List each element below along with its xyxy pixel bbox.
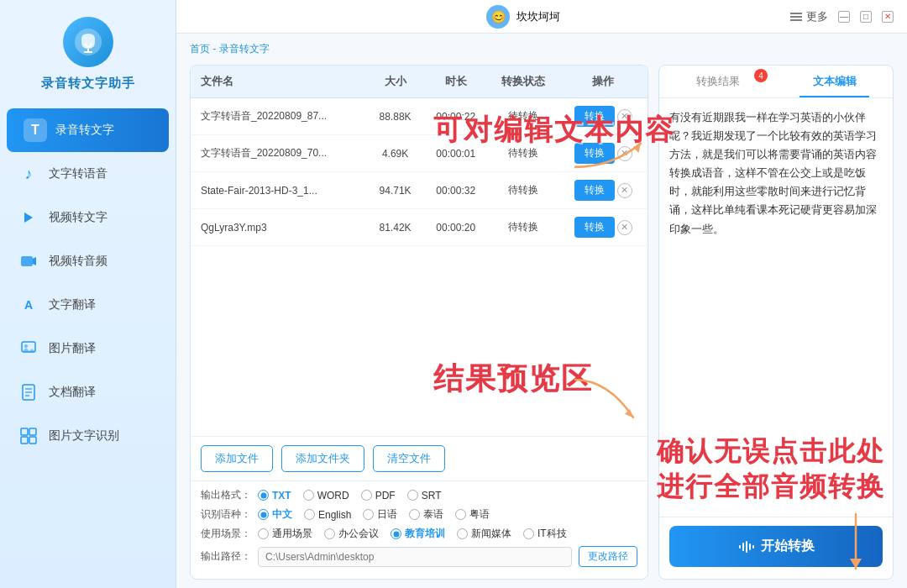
language-label: 识别语种： bbox=[201, 507, 251, 522]
svg-marker-24 bbox=[633, 144, 641, 153]
sidebar-label-text-to-speech: 文字转语音 bbox=[49, 166, 107, 181]
convert-button-2[interactable]: 转换 bbox=[574, 180, 615, 201]
breadcrumb-home[interactable]: 首页 bbox=[190, 43, 210, 55]
close-button[interactable]: ✕ bbox=[882, 11, 894, 23]
lang-th[interactable]: 泰语 bbox=[409, 507, 443, 522]
radio-pdf-circle bbox=[361, 490, 372, 501]
tab-convert-result[interactable]: 转换结果 4 bbox=[659, 66, 776, 97]
add-folder-button[interactable]: 添加文件夹 bbox=[281, 445, 364, 472]
radio-office-circle bbox=[324, 528, 335, 539]
format-srt[interactable]: SRT bbox=[407, 490, 442, 501]
scene-row: 使用场景： 通用场景 办公会议 bbox=[201, 527, 637, 541]
file-size-3: 81.42K bbox=[367, 209, 423, 246]
svg-marker-26 bbox=[850, 559, 862, 569]
add-file-button[interactable]: 添加文件 bbox=[201, 445, 273, 472]
clear-files-button[interactable]: 清空文件 bbox=[373, 445, 445, 472]
text-translate-icon: A bbox=[17, 293, 40, 317]
radio-news-circle bbox=[457, 528, 468, 539]
maximize-button[interactable]: □ bbox=[860, 11, 872, 23]
radio-word-circle bbox=[303, 490, 314, 501]
breadcrumb: 首页 - 录音转文字 bbox=[190, 42, 894, 56]
scene-office[interactable]: 办公会议 bbox=[324, 527, 379, 541]
start-convert-label: 开始转换 bbox=[761, 538, 815, 555]
file-name-1: 文字转语音_20220809_70... bbox=[191, 135, 367, 172]
radio-yue-circle bbox=[455, 509, 466, 520]
scene-news[interactable]: 新闻媒体 bbox=[457, 527, 511, 541]
svg-rect-15 bbox=[29, 437, 36, 444]
sidebar-item-text-to-speech[interactable]: ♪ 文字转语音 bbox=[0, 152, 176, 196]
sidebar-item-image-translate[interactable]: 图片翻译 bbox=[0, 327, 176, 370]
svg-rect-14 bbox=[21, 437, 28, 444]
lang-zh[interactable]: 中文 bbox=[258, 507, 292, 522]
minimize-button[interactable]: — bbox=[838, 11, 850, 23]
radio-edu-circle bbox=[391, 528, 401, 539]
annotation-preview-area: 结果预览区 bbox=[433, 359, 593, 400]
lang-yue[interactable]: 粤语 bbox=[455, 507, 490, 522]
format-pdf[interactable]: PDF bbox=[361, 490, 396, 501]
convert-result-badge: 4 bbox=[754, 69, 768, 82]
breadcrumb-current: 录音转文字 bbox=[219, 43, 270, 55]
lang-ja[interactable]: 日语 bbox=[363, 507, 397, 522]
scene-label: 使用场景： bbox=[201, 527, 251, 541]
radio-news-label: 新闻媒体 bbox=[471, 527, 511, 541]
radio-ja-circle bbox=[363, 509, 374, 520]
path-label: 输出路径： bbox=[201, 549, 251, 564]
convert-button-3[interactable]: 转换 bbox=[574, 217, 615, 238]
annotation-start-convert: 确认无误点击此处进行全部音频转换 bbox=[657, 434, 885, 504]
file-action-3: 转换 ✕ bbox=[559, 209, 648, 246]
more-menu[interactable]: 更多 bbox=[789, 9, 828, 24]
lang-en[interactable]: English bbox=[304, 509, 351, 521]
language-row: 识别语种： 中文 English bbox=[201, 507, 637, 522]
change-path-button[interactable]: 更改路径 bbox=[579, 546, 637, 567]
path-input[interactable] bbox=[258, 547, 572, 567]
app-title: 录音转文字助手 bbox=[41, 76, 135, 92]
titlebar-center: 😊 坎坎坷坷 bbox=[486, 5, 560, 29]
sidebar-label-doc-translate: 文档翻译 bbox=[49, 385, 96, 400]
remove-button-3[interactable]: ✕ bbox=[617, 220, 632, 235]
scene-education[interactable]: 教育培训 bbox=[391, 527, 445, 541]
app-logo bbox=[63, 17, 113, 67]
format-word[interactable]: WORD bbox=[303, 490, 349, 501]
sidebar: 录音转文字助手 T 录音转文字 ♪ 文字转语音 视频转文字 视频转音频 bbox=[0, 0, 176, 588]
svg-marker-3 bbox=[24, 213, 33, 223]
arrow-to-text-edit bbox=[574, 132, 650, 174]
titlebar: 😊 坎坎坷坷 更多 — □ ✕ bbox=[176, 0, 907, 34]
format-txt[interactable]: TXT bbox=[258, 490, 291, 501]
remove-button-2[interactable]: ✕ bbox=[617, 183, 632, 198]
sidebar-item-doc-translate[interactable]: 文档翻译 bbox=[0, 370, 176, 414]
tab-convert-result-label: 转换结果 bbox=[696, 75, 740, 87]
radio-pdf-label: PDF bbox=[375, 490, 396, 501]
format-radio-group: TXT WORD PDF bbox=[258, 490, 441, 501]
sidebar-nav: T 录音转文字 ♪ 文字转语音 视频转文字 视频转音频 A bbox=[0, 108, 176, 458]
video-to-text-icon bbox=[17, 206, 40, 229]
file-name-0: 文字转语音_20220809_87... bbox=[191, 98, 367, 135]
radio-txt-label: TXT bbox=[272, 490, 291, 501]
sidebar-item-video-to-text[interactable]: 视频转文字 bbox=[0, 196, 176, 239]
radio-zh-circle bbox=[258, 509, 269, 520]
scene-it[interactable]: IT科技 bbox=[523, 527, 567, 541]
file-buttons: 添加文件 添加文件夹 清空文件 bbox=[191, 436, 647, 480]
scene-general[interactable]: 通用场景 bbox=[258, 527, 312, 541]
svg-rect-23 bbox=[752, 545, 754, 549]
radio-en-label: English bbox=[318, 509, 351, 521]
radio-office-label: 办公会议 bbox=[338, 527, 379, 541]
radio-general-label: 通用场景 bbox=[272, 527, 312, 541]
output-path-row: 输出路径： 更改路径 bbox=[201, 546, 637, 567]
speech-to-text-icon: T bbox=[24, 118, 47, 142]
content-area: 首页 - 录音转文字 文件名 大小 bbox=[176, 34, 907, 588]
sidebar-label-video-to-audio: 视频转音频 bbox=[49, 254, 107, 269]
main-workspace: 文件名 大小 时长 转换状态 操作 文字转语音_2022 bbox=[190, 65, 894, 580]
username: 坎坎坷坷 bbox=[516, 9, 560, 24]
col-header-duration: 时长 bbox=[423, 66, 489, 98]
waveform-icon bbox=[737, 538, 754, 555]
sidebar-item-video-to-audio[interactable]: 视频转音频 bbox=[0, 239, 176, 283]
sidebar-item-image-ocr[interactable]: 图片文字识别 bbox=[0, 414, 176, 458]
video-to-audio-icon bbox=[17, 249, 40, 273]
image-translate-icon bbox=[17, 337, 40, 360]
sidebar-item-speech-to-text[interactable]: T 录音转文字 bbox=[7, 108, 169, 152]
avatar: 😊 bbox=[486, 5, 510, 29]
tab-text-edit[interactable]: 文本编辑 bbox=[776, 66, 893, 97]
sidebar-item-text-translate[interactable]: A 文字翻译 bbox=[0, 283, 176, 327]
svg-rect-20 bbox=[742, 543, 744, 551]
file-size-1: 4.69K bbox=[367, 135, 423, 172]
